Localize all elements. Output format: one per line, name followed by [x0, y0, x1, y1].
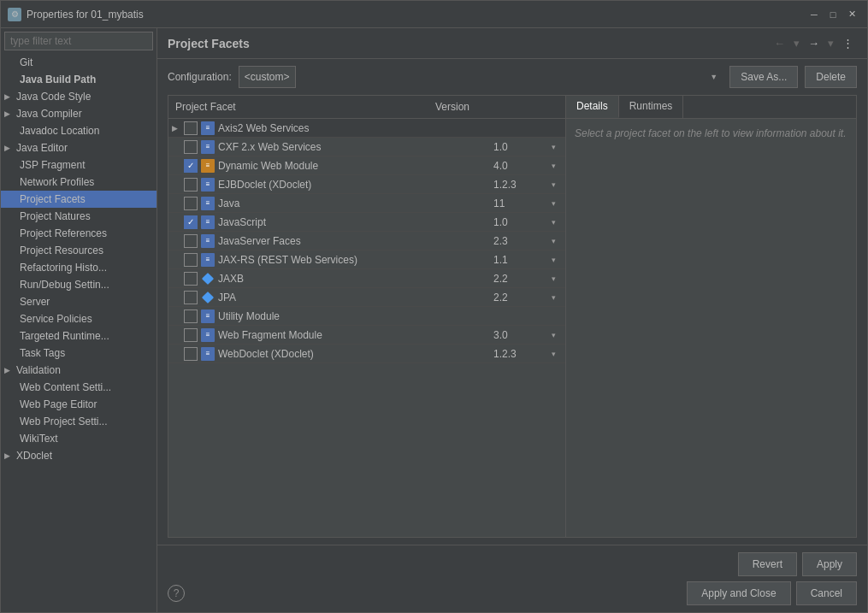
facet-checkbox[interactable] — [184, 140, 198, 154]
chevron-right-icon: ▶ — [4, 366, 13, 374]
facet-checkbox[interactable] — [184, 159, 198, 173]
facet-version-dropdown-icon[interactable]: ▾ — [545, 162, 562, 170]
facet-checkbox[interactable] — [184, 291, 198, 304]
sidebar-item-refactoring-history[interactable]: Refactoring Histo... — [1, 259, 156, 276]
apply-button[interactable]: Apply — [802, 552, 857, 576]
filter-input[interactable] — [4, 32, 153, 50]
facet-checkbox[interactable] — [184, 272, 198, 286]
facet-version: 3.0 — [493, 329, 545, 341]
facet-name: Axis2 Web Services — [218, 122, 511, 134]
facet-checkbox[interactable] — [184, 309, 198, 323]
diamond-icon — [202, 272, 214, 284]
facet-name: WebDoclet (XDoclet) — [218, 348, 493, 360]
facet-version-dropdown-icon[interactable]: ▾ — [545, 143, 562, 151]
facet-row[interactable]: ≡WebDoclet (XDoclet)1.2.3▾ — [168, 345, 565, 363]
facets-table-panel: Project Facet Version ▶≡Axis2 Web Servic… — [168, 95, 566, 538]
sidebar-item-server[interactable]: Server — [1, 293, 156, 310]
sidebar-item-java-compiler[interactable]: ▶Java Compiler — [1, 105, 156, 122]
sidebar-item-java-code-style[interactable]: ▶Java Code Style — [1, 88, 156, 105]
sidebar-item-targeted-runtimes[interactable]: Targeted Runtime... — [1, 327, 156, 345]
facet-checkbox[interactable] — [184, 347, 198, 361]
sidebar-item-jsp-fragment[interactable]: JSP Fragment — [1, 156, 156, 174]
sidebar-item-service-policies[interactable]: Service Policies — [1, 310, 156, 327]
facet-name: JavaServer Faces — [218, 235, 493, 247]
sidebar-item-task-tags[interactable]: Task Tags — [1, 345, 156, 362]
facet-version-dropdown-icon[interactable]: ▾ — [545, 237, 562, 245]
config-select[interactable]: <custom> — [239, 66, 296, 88]
sidebar-item-label: Java Compiler — [16, 108, 82, 120]
facet-row[interactable]: ≡Utility Module — [168, 307, 565, 326]
tab-runtimes[interactable]: Runtimes — [619, 96, 684, 118]
facet-checkbox[interactable] — [184, 178, 198, 192]
facet-checkbox[interactable] — [184, 121, 198, 135]
facet-version: 1.2.3 — [493, 348, 545, 360]
close-button[interactable]: ✕ — [843, 6, 860, 23]
cancel-button[interactable]: Cancel — [796, 581, 857, 605]
back-button[interactable]: ← — [771, 35, 788, 51]
sidebar-item-run-debug-settings[interactable]: Run/Debug Settin... — [1, 276, 156, 293]
sidebar-item-project-references[interactable]: Project References — [1, 225, 156, 242]
facet-version-dropdown-icon[interactable]: ▾ — [545, 331, 562, 339]
footer-bottom: ? Apply and Close Cancel — [168, 581, 857, 605]
sidebar-item-label: Web Page Editor — [20, 398, 97, 410]
sidebar-item-network-profiles[interactable]: Network Profiles — [1, 174, 156, 191]
sidebar-item-git[interactable]: Git — [1, 54, 156, 71]
facet-version-dropdown-icon[interactable]: ▾ — [545, 199, 562, 208]
sidebar-item-project-facets[interactable]: Project Facets — [1, 191, 156, 208]
sidebar-item-label: Run/Debug Settin... — [20, 279, 109, 291]
back-dropdown-button[interactable]: ▾ — [790, 35, 803, 51]
sidebar-item-web-project-settings[interactable]: Web Project Setti... — [1, 413, 156, 430]
sidebar-item-wikitext[interactable]: WikiText — [1, 430, 156, 447]
sidebar-item-web-page-editor[interactable]: Web Page Editor — [1, 396, 156, 413]
facet-row[interactable]: JPA2.2▾ — [168, 288, 565, 307]
save-as-button[interactable]: Save As... — [729, 66, 798, 88]
facet-row[interactable]: ≡Java11▾ — [168, 194, 565, 213]
facet-row[interactable]: ≡Dynamic Web Module4.0▾ — [168, 156, 565, 175]
help-button[interactable]: ? — [168, 585, 185, 602]
forward-button[interactable]: → — [805, 35, 823, 51]
facet-row[interactable]: ▶≡Axis2 Web Services — [168, 119, 565, 138]
facet-checkbox[interactable] — [184, 215, 198, 229]
minimize-button[interactable]: ─ — [806, 6, 823, 23]
facet-name: Utility Module — [218, 310, 511, 322]
sidebar-item-xdoclet[interactable]: ▶XDoclet — [1, 447, 156, 464]
revert-button[interactable]: Revert — [738, 552, 797, 576]
delete-button[interactable]: Delete — [805, 66, 857, 88]
sidebar-item-java-editor[interactable]: ▶Java Editor — [1, 139, 156, 156]
menu-button[interactable]: ⋮ — [839, 35, 857, 51]
facet-version-dropdown-icon[interactable]: ▾ — [545, 274, 562, 283]
sidebar-item-web-content-settings[interactable]: Web Content Setti... — [1, 379, 156, 396]
facet-row[interactable]: ≡JAX-RS (REST Web Services)1.1▾ — [168, 251, 565, 269]
facet-version: 1.0 — [493, 141, 545, 153]
sidebar-item-javadoc-location[interactable]: Javadoc Location — [1, 122, 156, 139]
facet-row[interactable]: JAXB2.2▾ — [168, 269, 565, 288]
forward-dropdown-button[interactable]: ▾ — [824, 35, 837, 51]
facet-checkbox[interactable] — [184, 197, 198, 210]
sidebar-item-project-resources[interactable]: Project Resources — [1, 242, 156, 259]
facet-row[interactable]: ≡CXF 2.x Web Services1.0▾ — [168, 138, 565, 156]
facet-version-dropdown-icon[interactable]: ▾ — [545, 256, 562, 264]
facet-checkbox[interactable] — [184, 234, 198, 248]
facet-row[interactable]: ≡EJBDoclet (XDoclet)1.2.3▾ — [168, 175, 565, 194]
panel-header: Project Facets ← ▾ → ▾ ⋮ — [157, 28, 867, 59]
facet-row[interactable]: ≡JavaScript1.0▾ — [168, 213, 565, 232]
facet-version: 2.2 — [493, 292, 545, 304]
facet-checkbox[interactable] — [184, 253, 198, 267]
sidebar-item-java-build-path[interactable]: Java Build Path — [1, 71, 156, 88]
facet-name: JPA — [218, 292, 493, 304]
facet-version: 2.2 — [493, 273, 545, 285]
maximize-button[interactable]: □ — [824, 6, 841, 23]
facet-checkbox[interactable] — [184, 328, 198, 342]
apply-close-button[interactable]: Apply and Close — [687, 581, 790, 605]
facet-version-dropdown-icon[interactable]: ▾ — [545, 218, 562, 227]
facet-row[interactable]: ≡JavaServer Faces2.3▾ — [168, 232, 565, 251]
window-controls: ─ □ ✕ — [806, 6, 860, 23]
sidebar-item-validation[interactable]: ▶Validation — [1, 362, 156, 379]
sidebar-item-project-natures[interactable]: Project Natures — [1, 208, 156, 225]
facet-version-dropdown-icon[interactable]: ▾ — [545, 350, 562, 358]
sidebar-item-label: XDoclet — [16, 450, 52, 462]
facet-version-dropdown-icon[interactable]: ▾ — [545, 180, 562, 189]
facet-row[interactable]: ≡Web Fragment Module3.0▾ — [168, 326, 565, 345]
facet-version-dropdown-icon[interactable]: ▾ — [545, 293, 562, 302]
tab-details[interactable]: Details — [566, 96, 619, 118]
